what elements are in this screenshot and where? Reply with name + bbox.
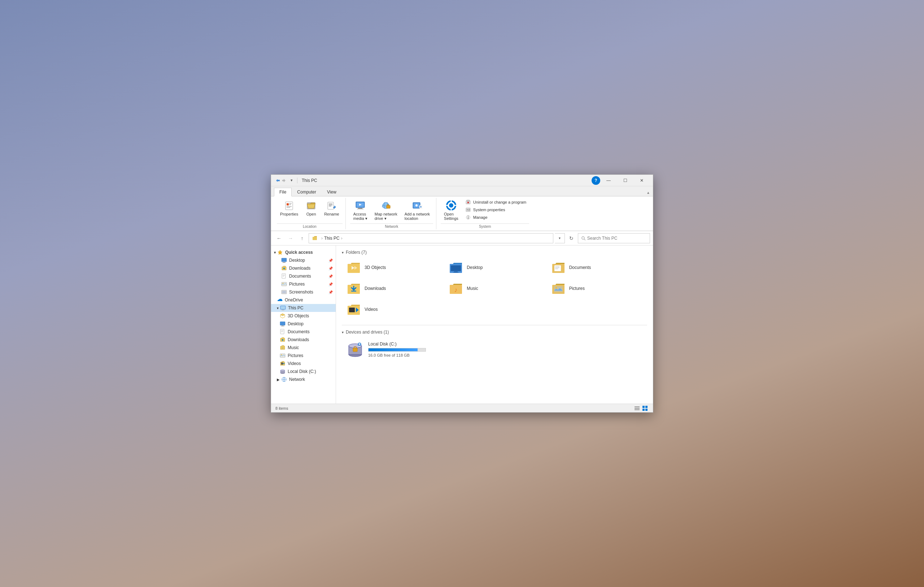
forward-icon[interactable]: [281, 177, 288, 184]
drive-local-disk-c[interactable]: Local Disk (C:) 16.0 GB free of 118 GB: [342, 337, 647, 361]
drive-c-bar: [368, 348, 426, 352]
folder-desktop[interactable]: Desktop: [444, 258, 544, 277]
tab-file[interactable]: File: [274, 188, 292, 197]
properties-button[interactable]: Properties: [277, 198, 301, 218]
folder-videos-label: Videos: [365, 307, 378, 312]
svg-point-97: [555, 287, 557, 289]
title-separator: [297, 178, 297, 184]
pin-icon-downloads: 📌: [328, 266, 333, 270]
svg-rect-108: [635, 408, 640, 408]
sidebar-item-network[interactable]: ▶ Network: [271, 375, 336, 384]
large-icons-view-button[interactable]: [641, 405, 648, 412]
svg-rect-50: [283, 275, 285, 276]
sidebar-item-screenshots-qa[interactable]: Screenshots 📌: [276, 288, 336, 296]
refresh-button[interactable]: ↻: [566, 233, 576, 243]
access-media-button[interactable]: Accessmedia ▾: [350, 198, 371, 223]
sidebar-item-3d-objects[interactable]: 3D Objects: [276, 312, 336, 320]
sidebar-item-documents-pc[interactable]: Documents: [276, 328, 336, 336]
folders-chevron: ▾: [342, 251, 343, 255]
documents-icon-small: [281, 273, 287, 279]
system-properties-button[interactable]: System properties: [462, 206, 529, 213]
search-input[interactable]: [587, 236, 647, 241]
tab-computer[interactable]: Computer: [292, 188, 322, 196]
svg-rect-40: [468, 216, 469, 217]
uninstall-button[interactable]: Uninstall or change a program: [462, 198, 529, 206]
documents-label-pc: Documents: [288, 329, 310, 334]
folders-grid: 3D Objects Desktop: [342, 258, 647, 319]
manage-button[interactable]: Manage: [462, 214, 529, 221]
access-media-label: Accessmedia ▾: [353, 212, 368, 221]
svg-rect-64: [281, 326, 284, 326]
drive-icon-c: [346, 341, 364, 358]
svg-rect-66: [281, 330, 283, 331]
svg-rect-62: [280, 322, 285, 325]
ribbon-collapse-btn[interactable]: ▲: [647, 191, 650, 195]
sidebar-item-downloads-pc[interactable]: Downloads: [276, 336, 336, 344]
down-arrow-icon[interactable]: ▾: [289, 177, 295, 184]
tab-view[interactable]: View: [322, 188, 342, 196]
folder-documents[interactable]: Documents: [546, 258, 647, 277]
quick-access-label: Quick access: [285, 250, 313, 255]
sidebar-item-downloads-qa[interactable]: Downloads 📌: [276, 264, 336, 272]
svg-rect-87: [554, 265, 561, 271]
forward-button[interactable]: →: [285, 233, 295, 243]
help-button[interactable]: ?: [592, 176, 600, 185]
map-network-drive-icon: [380, 200, 392, 211]
folder-videos[interactable]: Videos: [342, 299, 442, 319]
pictures-icon-small: [281, 281, 287, 287]
folder-3d-objects[interactable]: 3D Objects: [342, 258, 442, 277]
folder-icon-downloads: [346, 282, 361, 295]
close-button[interactable]: ✕: [634, 175, 650, 186]
up-button[interactable]: ↑: [297, 233, 307, 243]
rename-button[interactable]: Rename: [321, 198, 343, 218]
open-button[interactable]: Open: [302, 198, 320, 218]
this-pc-label: This PC: [288, 306, 304, 311]
ribbon: File Computer View ▲: [271, 186, 653, 231]
details-view-button[interactable]: [634, 405, 641, 412]
folder-downloads[interactable]: Downloads: [342, 279, 442, 298]
back-arrow-icon[interactable]: [274, 177, 280, 184]
folder-pictures[interactable]: Pictures: [546, 279, 647, 298]
svg-rect-110: [642, 406, 645, 408]
desktop-icon: [281, 257, 287, 263]
open-settings-button[interactable]: OpenSettings: [441, 198, 462, 222]
svg-rect-79: [348, 264, 360, 273]
minimize-button[interactable]: —: [600, 175, 617, 186]
sidebar-item-music-pc[interactable]: ♪ Music: [276, 344, 336, 352]
devices-section-label: Devices and drives (1): [346, 330, 389, 335]
address-dropdown-button[interactable]: ▾: [555, 233, 565, 243]
svg-rect-10: [329, 206, 331, 207]
network-label: Network: [289, 377, 305, 382]
sidebar-item-desktop-pc[interactable]: Desktop: [276, 320, 336, 328]
svg-point-76: [280, 370, 285, 371]
folder-icon-path: [312, 235, 318, 241]
window-controls: ? — ☐ ✕: [590, 175, 650, 186]
sidebar-item-videos-pc[interactable]: Videos: [276, 360, 336, 367]
devices-section-header[interactable]: ▾ Devices and drives (1): [342, 328, 647, 337]
svg-marker-61: [280, 314, 285, 316]
address-path[interactable]: › This PC ›: [309, 233, 553, 243]
sidebar-item-local-disk[interactable]: Local Disk (C:): [276, 367, 336, 375]
map-network-drive-button[interactable]: Map networkdrive ▾: [371, 198, 401, 223]
computer-icon: [280, 305, 286, 311]
sidebar-item-this-pc[interactable]: ▾ This PC: [271, 304, 336, 312]
search-box: [578, 233, 650, 243]
svg-rect-111: [645, 406, 647, 408]
sidebar-item-pictures-qa[interactable]: Pictures 📌: [276, 280, 336, 288]
quick-access-items: Desktop 📌 Downloads 📌 Documents 📌: [271, 256, 336, 296]
add-network-location-button[interactable]: Add a networklocation: [401, 198, 433, 222]
svg-point-20: [416, 204, 417, 207]
sidebar-item-desktop-qa[interactable]: Desktop 📌: [276, 256, 336, 264]
sidebar-item-documents-qa[interactable]: Documents 📌: [276, 272, 336, 280]
network-group-label: Network: [350, 223, 433, 229]
folders-section-header[interactable]: ▾ Folders (7): [342, 248, 647, 258]
maximize-button[interactable]: ☐: [617, 175, 634, 186]
sidebar-item-pictures-pc[interactable]: Pictures: [276, 352, 336, 360]
svg-point-26: [449, 203, 453, 208]
back-button[interactable]: ←: [274, 233, 284, 243]
drive-c-info: Local Disk (C:) 16.0 GB free of 118 GB: [368, 342, 426, 357]
sidebar-quick-access-header[interactable]: ▾ Quick access: [271, 248, 336, 256]
ribbon-location-items: Properties Open: [277, 198, 343, 223]
sidebar-item-onedrive[interactable]: OneDrive: [271, 296, 336, 304]
folder-music[interactable]: ♪ Music: [444, 279, 544, 298]
